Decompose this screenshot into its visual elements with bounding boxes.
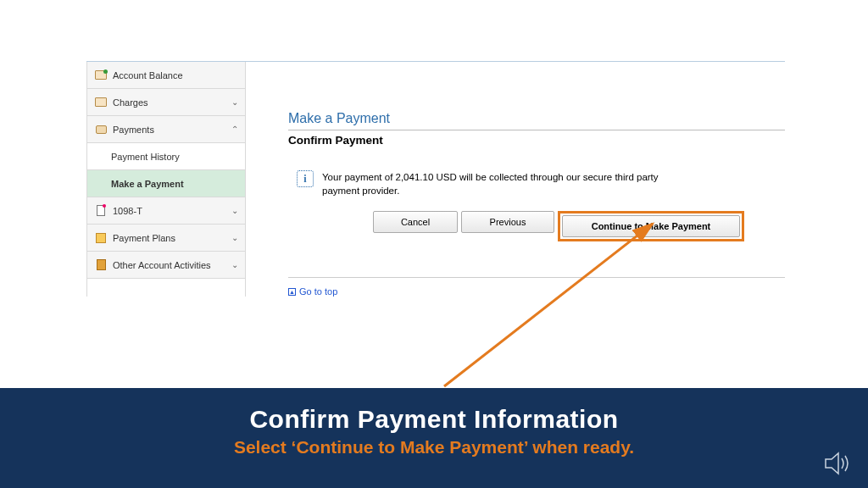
info-row: i Your payment of 2,041.10 USD will be c…: [297, 170, 785, 197]
sidebar-item-label: Payments: [113, 125, 231, 135]
continue-highlight: Continue to Make Payment: [558, 211, 744, 241]
chevron-down-icon: ⌄: [231, 206, 238, 215]
box-icon: [94, 258, 108, 272]
sidebar-subitem-make-a-payment[interactable]: Make a Payment: [87, 170, 245, 197]
previous-button[interactable]: Previous: [461, 211, 554, 233]
document-icon: [94, 204, 108, 218]
sidebar-item-label: Charges: [113, 97, 231, 108]
sidebar-item-payment-plans[interactable]: Payment Plans ⌄: [87, 225, 245, 252]
section-title: Confirm Payment: [288, 130, 785, 147]
sidebar-item-account-balance[interactable]: Account Balance: [87, 62, 245, 89]
chevron-down-icon: ⌄: [231, 233, 238, 242]
chevron-down-icon: ⌄: [231, 97, 238, 107]
sidebar: Account Balance Charges ⌄ Payments ⌃ Pay…: [86, 62, 246, 297]
sidebar-subitem-payment-history[interactable]: Payment History: [87, 143, 245, 170]
sidebar-item-label: 1098-T: [113, 206, 231, 216]
go-to-top-link[interactable]: ▲ Go to top: [288, 286, 337, 297]
info-icon: i: [297, 170, 314, 187]
arrow-up-icon: ▲: [288, 288, 296, 296]
banner-title: Confirm Payment Information: [0, 405, 868, 434]
ledger-icon: [94, 69, 108, 82]
sidebar-item-payments[interactable]: Payments ⌃: [87, 116, 245, 143]
main-content: Make a Payment Confirm Payment i Your pa…: [288, 62, 785, 297]
banner-subtitle: Select ‘Continue to Make Payment’ when r…: [0, 437, 868, 458]
instruction-banner: Confirm Payment Information Select ‘Cont…: [0, 388, 868, 488]
speaker-icon: [824, 451, 853, 476]
sidebar-item-label: Payment Plans: [113, 233, 231, 243]
sidebar-item-label: Account Balance: [113, 70, 238, 80]
sidebar-item-other-activities[interactable]: Other Account Activities ⌄: [87, 252, 245, 279]
continue-button[interactable]: Continue to Make Payment: [562, 215, 740, 237]
sidebar-item-label: Payment History: [111, 152, 238, 162]
page-title: Make a Payment: [288, 111, 785, 128]
calendar-icon: [94, 231, 108, 245]
sidebar-item-label: Make a Payment: [111, 179, 238, 189]
sidebar-item-1098t[interactable]: 1098-T ⌄: [87, 197, 245, 225]
chevron-up-icon: ⌃: [231, 125, 238, 134]
info-text: Your payment of 2,041.10 USD will be col…: [322, 170, 661, 197]
divider: [288, 277, 785, 278]
cancel-button[interactable]: Cancel: [373, 211, 458, 233]
go-to-top-label: Go to top: [299, 286, 337, 297]
sidebar-item-label: Other Account Activities: [113, 260, 231, 270]
chevron-down-icon: ⌄: [231, 260, 238, 269]
charges-icon: [94, 96, 108, 109]
sidebar-item-charges[interactable]: Charges ⌄: [87, 89, 245, 116]
button-row: Cancel Previous Continue to Make Payment: [373, 211, 785, 241]
wallet-icon: [94, 123, 108, 136]
